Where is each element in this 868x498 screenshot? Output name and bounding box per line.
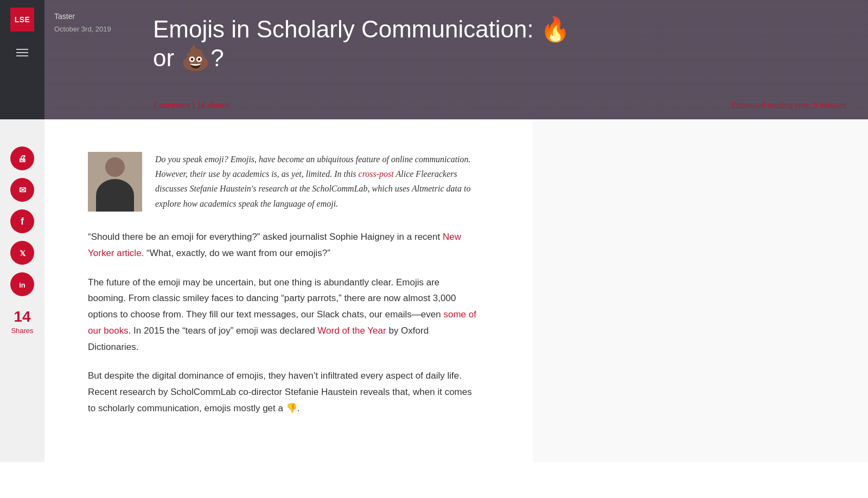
article-para-2: The future of the emoji may be uncertain…: [88, 274, 478, 355]
author-photo: [88, 152, 142, 212]
main-layout: 14 Shares Do you speak emoji? Emojis, ha…: [0, 119, 868, 462]
article-para-3: But despite the digital dominance of emo…: [88, 368, 478, 416]
print-button[interactable]: [10, 146, 34, 170]
share-number: 14: [11, 308, 33, 325]
twitter-icon: [20, 247, 25, 259]
reading-time: Estimated reading time: 5 minutes: [731, 101, 846, 110]
hero-stats: 1 comment | 14 shares Estimated reading …: [153, 101, 846, 110]
facebook-button[interactable]: [10, 209, 34, 233]
sidebar: LSE: [0, 0, 44, 119]
comments-shares: 1 comment | 14 shares: [153, 101, 230, 110]
email-button[interactable]: [10, 178, 34, 202]
share-count: 14 Shares: [11, 308, 33, 335]
article-para-1: “Should there be an emoji for everything…: [88, 229, 478, 261]
print-icon: [18, 153, 27, 164]
twitter-button[interactable]: [10, 241, 34, 265]
publish-date: October 3rd, 2019: [54, 25, 132, 33]
share-sidebar: 14 Shares: [0, 119, 44, 462]
linkedin-icon: [19, 279, 25, 290]
intro-text: Do you speak emoji? Emojis, have become …: [155, 152, 478, 212]
email-icon: [19, 184, 26, 196]
linkedin-button[interactable]: [10, 272, 34, 296]
cross-post-link[interactable]: cross-post: [359, 169, 394, 178]
share-label: Shares: [11, 327, 33, 335]
section-label: Taster: [54, 12, 132, 21]
facebook-icon: [21, 216, 24, 227]
article-title: Emojis in Scholarly Communication: 🔥or 💩…: [153, 15, 846, 73]
word-of-year-link[interactable]: Word of the Year: [317, 325, 386, 336]
article-body: Do you speak emoji? Emojis, have become …: [44, 119, 533, 462]
hero-content: Emojis in Scholarly Communication: 🔥or 💩…: [142, 0, 868, 119]
intro-block: Do you speak emoji? Emojis, have become …: [88, 152, 478, 212]
lse-logo[interactable]: LSE: [10, 8, 34, 31]
hero-meta: Taster October 3rd, 2019: [44, 0, 142, 119]
hamburger-menu[interactable]: [16, 47, 28, 59]
